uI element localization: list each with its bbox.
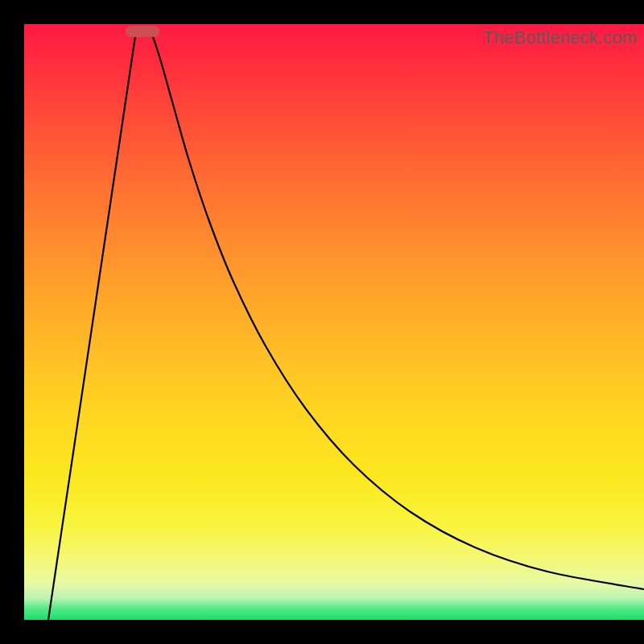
minimum-marker [126,26,159,37]
curve-layer [24,24,644,620]
plot-area: TheBottleneck.com [24,24,644,620]
right-curve-path [149,26,644,589]
left-line-path [48,26,137,620]
chart-frame: TheBottleneck.com [0,0,644,644]
